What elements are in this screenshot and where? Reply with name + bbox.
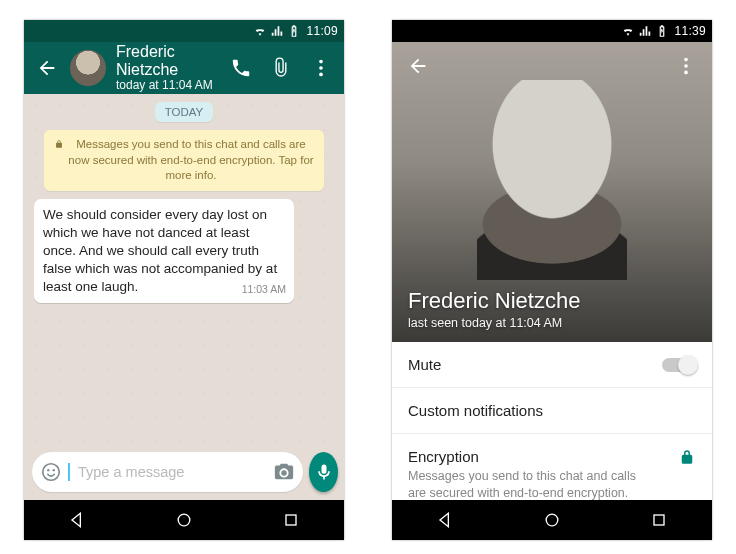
status-bar: 11:39 <box>392 20 712 42</box>
profile-hero[interactable]: Frederic Nietzche last seen today at 11:… <box>392 42 712 342</box>
signal-icon <box>638 24 652 38</box>
svg-point-9 <box>684 64 688 68</box>
call-button[interactable] <box>224 42 258 94</box>
row-custom-label: Custom notifications <box>408 402 543 419</box>
mute-switch[interactable] <box>662 358 696 372</box>
menu-button[interactable] <box>304 42 338 94</box>
emoji-icon[interactable] <box>40 461 62 483</box>
chat-body[interactable]: TODAY Messages you send to this chat and… <box>24 94 344 446</box>
signal-icon <box>270 24 284 38</box>
composer-row <box>24 446 344 500</box>
mic-button[interactable] <box>309 452 338 492</box>
lock-icon <box>54 139 64 149</box>
paperclip-icon <box>270 57 292 79</box>
row-custom-notifications[interactable]: Custom notifications <box>392 388 712 434</box>
row-encryption-label: Encryption <box>408 448 638 465</box>
svg-point-5 <box>53 469 55 471</box>
contact-name: Frederic Nietzche <box>116 43 218 80</box>
svg-point-1 <box>319 66 323 70</box>
nav-recent-icon[interactable] <box>649 510 669 530</box>
svg-point-0 <box>319 60 323 64</box>
message-bubble[interactable]: We should consider every day lost on whi… <box>34 199 294 303</box>
svg-point-3 <box>43 464 60 481</box>
svg-point-4 <box>47 469 49 471</box>
back-arrow-icon <box>407 55 429 77</box>
status-bar: 11:09 <box>24 20 344 42</box>
battery-icon <box>287 24 301 38</box>
svg-point-8 <box>684 58 688 62</box>
attach-button[interactable] <box>264 42 298 94</box>
chat-title-block[interactable]: Frederic Nietzche today at 11:04 AM <box>112 43 218 94</box>
contact-subtitle: today at 11:04 AM <box>116 79 218 93</box>
phone-icon <box>230 57 252 79</box>
wifi-icon <box>253 24 267 38</box>
avatar[interactable] <box>70 50 106 86</box>
encryption-notice-text: Messages you send to this chat and calls… <box>68 137 314 184</box>
phone-chat: 11:09 Frederic Nietzche today at 11:04 A… <box>24 20 344 540</box>
battery-icon <box>655 24 669 38</box>
nav-back-icon[interactable] <box>435 510 455 530</box>
svg-point-11 <box>546 514 558 526</box>
svg-point-10 <box>684 71 688 75</box>
lock-icon <box>678 448 696 466</box>
svg-rect-7 <box>286 515 296 525</box>
svg-rect-12 <box>654 515 664 525</box>
mic-icon <box>314 462 334 482</box>
nav-home-icon[interactable] <box>174 510 194 530</box>
composer-pill <box>32 452 303 492</box>
camera-icon[interactable] <box>273 461 295 483</box>
wifi-icon <box>621 24 635 38</box>
svg-point-6 <box>178 514 190 526</box>
message-text: We should consider every day lost on whi… <box>43 207 277 295</box>
status-time: 11:39 <box>674 24 706 38</box>
more-vert-icon <box>675 55 697 77</box>
back-arrow-icon <box>36 57 58 79</box>
back-button[interactable] <box>400 42 436 90</box>
back-button[interactable] <box>30 42 64 94</box>
nav-home-icon[interactable] <box>542 510 562 530</box>
encryption-notice[interactable]: Messages you send to this chat and calls… <box>44 130 324 191</box>
more-vert-icon <box>310 57 332 79</box>
message-time: 11:03 AM <box>242 282 286 296</box>
android-navbar <box>392 500 712 540</box>
row-encryption[interactable]: Encryption Messages you send to this cha… <box>392 434 712 500</box>
status-time: 11:09 <box>306 24 338 38</box>
row-mute-label: Mute <box>408 356 441 373</box>
phone-profile: 11:39 Frederic Nietzche last seen today … <box>392 20 712 540</box>
profile-settings: Mute Custom notifications Encryption Mes… <box>392 342 712 500</box>
date-chip: TODAY <box>155 102 214 122</box>
nav-recent-icon[interactable] <box>281 510 301 530</box>
svg-point-2 <box>319 73 323 77</box>
menu-button[interactable] <box>668 42 704 90</box>
android-navbar <box>24 500 344 540</box>
chat-app-bar: Frederic Nietzche today at 11:04 AM <box>24 42 344 94</box>
row-mute[interactable]: Mute <box>392 342 712 388</box>
profile-name: Frederic Nietzche <box>408 288 580 314</box>
profile-subtitle: last seen today at 11:04 AM <box>408 316 580 330</box>
message-input[interactable] <box>78 464 267 480</box>
row-encryption-sub: Messages you send to this chat and calls… <box>408 468 638 500</box>
text-caret <box>68 463 70 481</box>
nav-back-icon[interactable] <box>67 510 87 530</box>
